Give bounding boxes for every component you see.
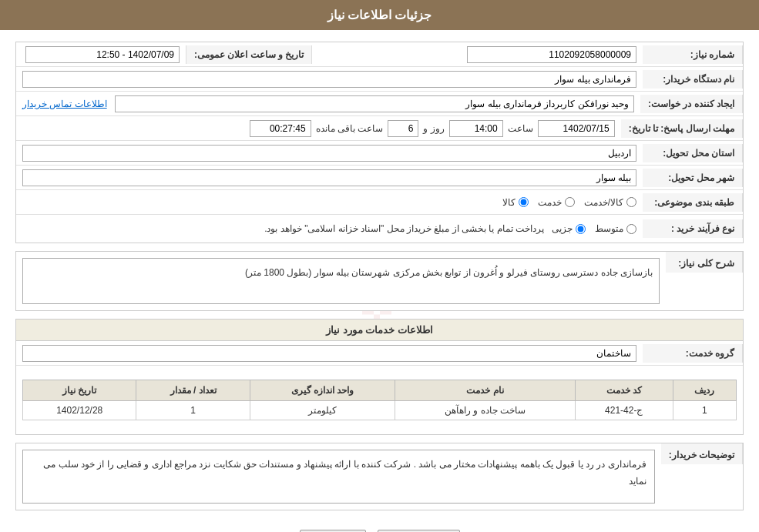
radio-khadamat[interactable]: خدمت [538,197,575,208]
mohlat-roz-input[interactable] [388,120,418,137]
groheKhadamat-input[interactable] [22,345,636,362]
eijadKonande-input[interactable] [115,95,634,112]
infoKhadamat-title: اطلاعات خدمات مورد نیاز [16,320,743,341]
services-table: ردیف کد خدمت نام خدمت واحد اندازه گیری ت… [22,380,737,420]
eijadKonande-link[interactable]: اطلاعات تماس خریدار [22,99,107,109]
mohlat-saat-input[interactable] [449,120,503,137]
col-count: تعداد / مقدار [136,380,250,401]
sharhKolli-label: شرح کلی نیاز: [666,252,743,273]
namedastgah-input[interactable] [22,71,636,88]
radio-kala[interactable]: کالا [502,197,529,208]
cell-code: ج-42-421 [575,401,673,420]
eijadKonande-label: ایجاد کننده در خواست: [640,95,743,113]
tarikhElan-input[interactable] [25,46,180,63]
cell-date: 1402/12/28 [23,401,136,420]
col-date: تاریخ نیاز [23,380,136,401]
tarifeBandi-group: کالا/خدمت خدمت کالا [502,197,636,208]
shomareNiaz-input[interactable] [467,46,636,63]
shomareNiaz-label: شماره نیاز: [643,45,743,64]
shahr-label: شهر محل تحویل: [643,169,743,187]
col-unit: واحد اندازه گیری [250,380,395,401]
col-code: کد خدمت [575,380,673,401]
tozihat-text: فرمانداری در رد یا قبول یک باهمه پیشنهاد… [22,450,655,504]
shahr-input[interactable] [22,169,636,186]
radio-motavasset[interactable]: متوسط [595,223,636,234]
noeFarayand-text: پرداخت تمام یا بخشی از مبلغ خریداز محل "… [264,223,544,234]
ostan-label: استان محل تحویل: [643,144,743,162]
noeFarayand-group: متوسط جزیی [552,223,636,234]
table-row: 1 ج-42-421 ساخت جاده و راهآهن کیلومتر 1 … [23,401,737,420]
cell-radif: 1 [673,401,736,420]
col-name: نام خدمت [395,380,575,401]
mohlat-roz-label: روز و [423,123,444,134]
col-radif: ردیف [673,380,736,401]
mohlat-date-input[interactable] [538,120,615,137]
radio-kala-khadamat[interactable]: کالا/خدمت [584,197,636,208]
mohlat-baghimande-input[interactable] [250,120,311,137]
ostan-input[interactable] [22,145,636,162]
radio-jozii[interactable]: جزیی [552,223,586,234]
tarikhElan-label: تاریخ و ساعت اعلان عمومی: [186,45,312,64]
sharhKolli-text: بازسازی جاده دسترسی روستای فیرلو و اُغرو… [22,258,660,304]
noeFarayand-label: نوع فرآیند خرید : [643,219,743,238]
mohlat-label: مهلت ارسال پاسخ: تا تاریخ: [621,119,743,138]
groheKhadamat-label: گروه خدمت: [643,344,743,363]
page-title: جزئیات اطلاعات نیاز [327,8,432,22]
cell-unit: کیلومتر [250,401,395,420]
mohlat-baghimande-label: ساعت باقی مانده [316,123,384,134]
cell-count: 1 [136,401,250,420]
tozihat-label: توضیحات خریدار: [661,443,743,464]
action-buttons: بازگشت چاپ [15,518,744,532]
tarifeBandi-label: طبقه بندی موضوعی: [643,193,743,212]
namedastgah-label: نام دستگاه خریدار: [643,70,743,89]
page-header: جزئیات اطلاعات نیاز [0,0,759,30]
mohlat-saat-label: ساعت [508,123,533,134]
cell-name: ساخت جاده و راهآهن [395,401,575,420]
